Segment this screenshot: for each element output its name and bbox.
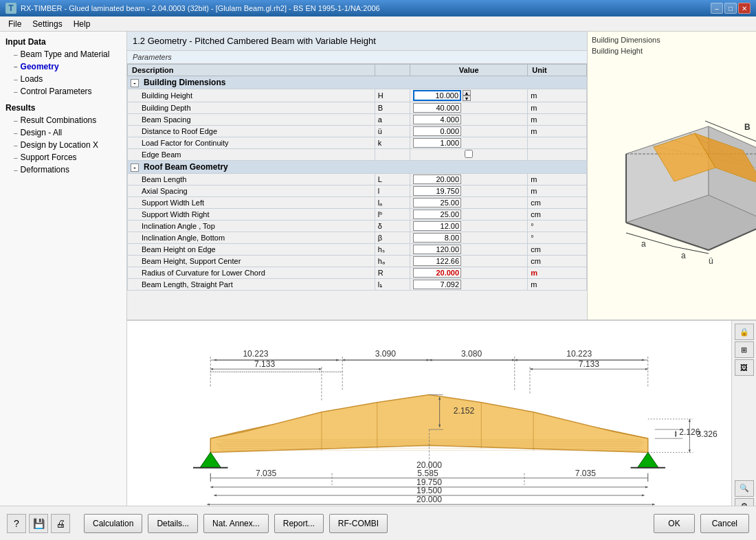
section-toggle[interactable]: - xyxy=(131,79,139,87)
settings-button[interactable]: ⚙ xyxy=(735,498,754,506)
beam-drawing-svg: 10.223 3.090 3.080 10.223 xyxy=(127,321,731,506)
param-incl-top-unit: ° xyxy=(528,221,587,232)
help-button[interactable]: ? xyxy=(7,514,26,533)
calculation-button[interactable]: Calculation xyxy=(84,514,142,533)
minimize-button[interactable]: – xyxy=(711,3,723,14)
load-factor-input[interactable] xyxy=(413,138,461,148)
dist-roof-input[interactable] xyxy=(413,126,461,136)
preview-3d: B H a a ü xyxy=(592,60,756,315)
param-edge-beam-unit xyxy=(528,149,587,161)
param-beam-height-support-value-cell xyxy=(410,256,528,267)
param-beam-height-edge-unit: cm xyxy=(528,244,587,256)
param-radius-unit: m xyxy=(528,267,587,279)
section-title: 1.2 Geometry - Pitched Cambered Beam wit… xyxy=(127,32,587,51)
incl-bottom-input[interactable] xyxy=(413,233,461,243)
param-support-left-unit: cm xyxy=(528,197,587,209)
sidebar-item-loads[interactable]: – Loads xyxy=(3,73,124,85)
table-row: Axial Spacing l m xyxy=(128,185,587,197)
table-row: Radius of Curvature for Lower Chord R m xyxy=(128,267,587,279)
sidebar-item-result-combinations[interactable]: – Result Combinations xyxy=(3,114,124,126)
sidebar-item-beam-type[interactable]: – Beam Type and Material xyxy=(3,48,124,60)
param-support-right-desc: Support Width Right xyxy=(128,209,375,221)
app-icon: T xyxy=(5,3,16,14)
svg-text:7.035: 7.035 xyxy=(256,469,277,478)
beam-spacing-input[interactable] xyxy=(413,115,461,124)
param-load-factor-unit xyxy=(528,137,587,149)
svg-text:2.152: 2.152 xyxy=(454,406,475,416)
support-left-input[interactable] xyxy=(413,198,461,207)
param-building-height-desc: Building Height xyxy=(128,89,375,102)
sidebar-dot: – xyxy=(14,117,18,124)
sidebar-section-results: Results xyxy=(3,102,124,114)
close-button[interactable]: ✕ xyxy=(738,3,751,14)
preview-subtitle: Building Height xyxy=(592,47,756,55)
param-incl-top-sym: δ xyxy=(375,221,410,232)
param-beam-spacing-sym: a xyxy=(375,114,410,126)
incl-top-input[interactable] xyxy=(413,221,461,231)
sidebar-item-control-params[interactable]: – Control Parameters xyxy=(3,85,124,98)
axial-spacing-input[interactable] xyxy=(413,186,461,196)
menu-help[interactable]: Help xyxy=(68,18,96,30)
building-depth-input[interactable] xyxy=(413,103,461,113)
radius-input[interactable] xyxy=(413,268,461,278)
param-beam-height-edge-sym: hₛ xyxy=(375,244,410,256)
building-height-input[interactable] xyxy=(413,90,461,101)
param-support-left-sym: lₐ xyxy=(375,197,410,209)
spin-up[interactable]: ▲ xyxy=(463,90,471,95)
sidebar-item-support-forces[interactable]: – Support Forces xyxy=(3,151,124,164)
svg-text:10.223: 10.223 xyxy=(243,349,268,359)
table-row: Load Factor for Continuity k xyxy=(128,137,587,149)
svg-text:7.133: 7.133 xyxy=(254,359,276,369)
edge-beam-checkbox[interactable] xyxy=(465,150,473,158)
ok-button[interactable]: OK xyxy=(654,514,694,533)
details-button[interactable]: Details... xyxy=(148,514,198,533)
table-row: Beam Height on Edge hₛ cm xyxy=(128,244,587,256)
beam-length-straight-input[interactable] xyxy=(413,280,461,289)
table-button[interactable]: ⊞ xyxy=(735,341,754,358)
content-area: 1.2 Geometry - Pitched Cambered Beam wit… xyxy=(127,32,756,506)
param-incl-top-desc: Inclination Angle , Top xyxy=(128,221,375,232)
section-toggle[interactable]: - xyxy=(131,164,139,172)
report-button[interactable]: Report... xyxy=(274,514,324,533)
zoom-button[interactable]: 🔍 xyxy=(735,480,754,497)
beam-length-input[interactable] xyxy=(413,175,461,184)
support-right-input[interactable] xyxy=(413,210,461,219)
table-row: Support Width Left lₐ cm xyxy=(128,197,587,209)
sidebar-item-deformations[interactable]: – Deformations xyxy=(3,164,124,176)
spin-down[interactable]: ▼ xyxy=(463,95,471,101)
cancel-button[interactable]: Cancel xyxy=(700,514,749,533)
param-building-depth-desc: Building Depth xyxy=(128,102,375,114)
menu-settings[interactable]: Settings xyxy=(27,18,67,30)
menu-file[interactable]: File xyxy=(3,18,27,30)
rf-combi-button[interactable]: RF-COMBI xyxy=(329,514,388,533)
param-axial-spacing-desc: Axial Spacing xyxy=(128,185,375,197)
param-support-left-desc: Support Width Left xyxy=(128,197,375,209)
param-radius-value-cell xyxy=(410,267,528,279)
maximize-button[interactable]: □ xyxy=(724,3,737,14)
params-panel: 1.2 Geometry - Pitched Cambered Beam wit… xyxy=(127,32,588,319)
param-edge-beam-value xyxy=(410,149,528,161)
param-beam-length-desc: Beam Length xyxy=(128,174,375,185)
lock-button[interactable]: 🔒 xyxy=(735,324,754,340)
params-label: Parameters xyxy=(127,51,587,64)
sidebar-item-design-location[interactable]: – Design by Location X xyxy=(3,139,124,151)
save-button[interactable]: 💾 xyxy=(29,514,48,533)
param-support-right-unit: cm xyxy=(528,209,587,221)
beam-height-support-input[interactable] xyxy=(413,256,461,266)
beam-height-edge-input[interactable] xyxy=(413,245,461,254)
table-row: Beam Length, Straight Part l₁ m xyxy=(128,279,587,291)
sidebar-item-geometry[interactable]: – Geometry xyxy=(3,60,124,73)
param-beam-length-straight-unit: m xyxy=(528,279,587,291)
param-beam-length-straight-sym: l₁ xyxy=(375,279,410,291)
table-row: Edge Beam xyxy=(128,149,587,161)
svg-text:10.223: 10.223 xyxy=(566,349,592,359)
sidebar-item-design-all[interactable]: – Design - All xyxy=(3,126,124,139)
param-support-left-value-cell xyxy=(410,197,528,209)
param-support-right-value-cell xyxy=(410,209,528,221)
param-dist-roof-unit: m xyxy=(528,126,587,137)
sidebar: Input Data – Beam Type and Material – Ge… xyxy=(0,32,127,506)
svg-text:5.585: 5.585 xyxy=(417,469,438,478)
print-button[interactable]: 🖨 xyxy=(51,514,70,533)
nat-annex-button[interactable]: Nat. Annex... xyxy=(203,514,269,533)
image-button[interactable]: 🖼 xyxy=(735,359,754,376)
